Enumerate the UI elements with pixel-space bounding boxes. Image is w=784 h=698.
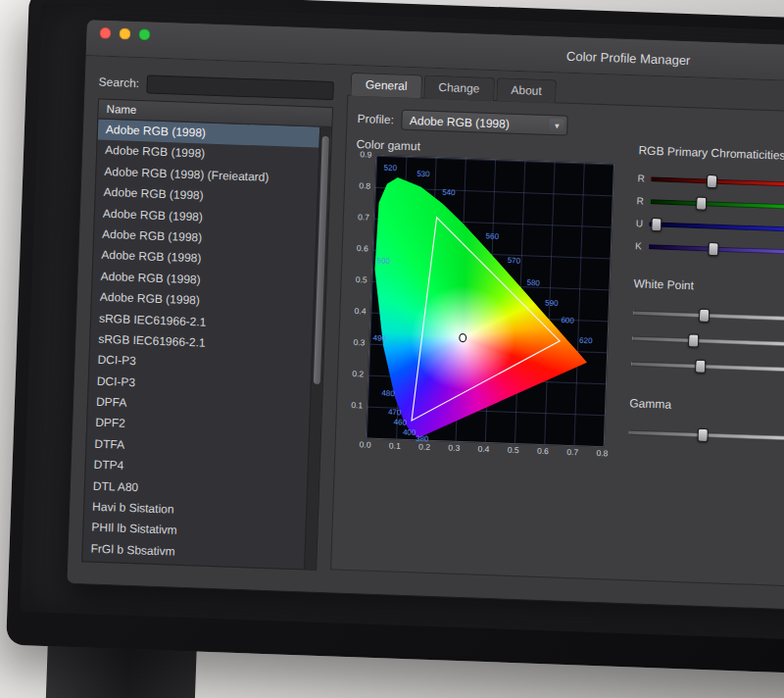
detail-pane: GeneralChangeAbout Profile: Adobe RGB (1…	[330, 73, 784, 595]
slider-track[interactable]	[649, 222, 784, 233]
scene: Color Profile Manager Search: Name Adobe…	[0, 0, 784, 698]
gamma-slider[interactable]	[628, 420, 784, 453]
slider-label-g: R	[637, 195, 650, 206]
gamma-section-title: Gamma	[629, 396, 784, 418]
axis-tick: 0.5	[356, 274, 368, 284]
slider-thumb[interactable]	[651, 217, 662, 230]
axis-tick: 0.7	[560, 447, 585, 458]
violet-primary-slider[interactable]	[648, 235, 784, 265]
wavelength-label: 560	[485, 231, 499, 240]
slider-thumb[interactable]	[697, 428, 708, 442]
tab[interactable]: About	[496, 77, 557, 103]
slider-label-b: U	[636, 218, 649, 228]
general-groupbox: Profile: Adobe RGB (1998) ▾ Color gamut …	[330, 95, 784, 589]
profile-label: Profile:	[357, 112, 394, 126]
axis-tick: 0.7	[358, 212, 369, 222]
wavelength-label: 540	[442, 187, 456, 196]
wavelength-label: 480	[381, 389, 395, 398]
chromaticity-controls: RGB Primary Chromaticities R R	[628, 143, 784, 453]
wavelength-label: 590	[545, 299, 559, 308]
wavelength-label: 520	[383, 163, 397, 172]
wavelength-label: 530	[416, 170, 430, 178]
wavelength-label: 600	[561, 316, 574, 324]
axis-tick: 0.3	[353, 337, 365, 347]
axis-tick: 0.8	[589, 448, 614, 459]
axis-tick: 0.8	[359, 180, 370, 190]
chevron-down-icon: ▾	[550, 119, 564, 132]
wavelength-label: 490	[372, 333, 386, 342]
axis-tick: 0.1	[382, 440, 408, 451]
axis-tick: 0.1	[351, 400, 363, 410]
wavelength-label: 400	[403, 427, 416, 436]
axis-tick: 0.6	[357, 243, 368, 253]
slider-track[interactable]	[631, 362, 784, 374]
zoom-button[interactable]	[138, 28, 150, 40]
axis-tick: 0.4	[355, 306, 367, 316]
gamut-triangle	[412, 217, 564, 425]
chromaticity-plot: 5205305405605705805906006205004904804704…	[366, 155, 614, 448]
slider-thumb[interactable]	[695, 360, 706, 374]
traffic-lights	[99, 27, 150, 41]
gamut-overlay	[367, 156, 613, 446]
axis-tick: 0.9	[360, 149, 371, 159]
profile-rows: Adobe RGB (1998)Adobe RGB (1998)Adobe RG…	[82, 120, 331, 570]
axis-tick: 0.5	[501, 445, 526, 456]
wavelength-label: 470	[388, 407, 402, 416]
slider-thumb[interactable]	[707, 174, 717, 187]
screen: Color Profile Manager Search: Name Adobe…	[20, 3, 784, 644]
close-button[interactable]	[99, 27, 111, 39]
white-point-slider-3[interactable]	[630, 351, 784, 384]
axis-tick: 0.6	[530, 446, 556, 457]
window-title: Color Profile Manager	[566, 49, 691, 69]
axis-tick: 0.0	[352, 439, 377, 450]
profile-dropdown-value: Adobe RGB (1998)	[410, 113, 510, 130]
slider-thumb[interactable]	[699, 309, 710, 323]
app-window: Color Profile Manager Search: Name Adobe…	[66, 19, 784, 619]
monitor-bezel: Color Profile Manager Search: Name Adobe…	[6, 0, 784, 678]
white-point-marker	[460, 333, 466, 341]
profile-sidebar: Search: Name Adobe RGB (1998)Adobe RGB (…	[81, 72, 334, 571]
axis-tick: 0.2	[352, 369, 364, 378]
chromaticity-chart: 0.90.80.70.60.50.40.30.20.1	[337, 152, 642, 469]
search-input[interactable]	[147, 75, 334, 100]
wavelength-label: 620	[579, 336, 593, 345]
axis-tick: 0.2	[412, 441, 437, 452]
slider-thumb[interactable]	[696, 196, 707, 210]
wavelength-label: 570	[508, 256, 521, 265]
rgb-section-title: RGB Primary Chromaticities	[638, 143, 784, 165]
tab[interactable]: Change	[423, 75, 495, 101]
search-label: Search:	[98, 75, 139, 90]
axis-tick: 0.4	[470, 443, 496, 454]
slider-label-r: R	[637, 173, 650, 183]
slider-track[interactable]	[632, 336, 784, 349]
axis-tick: 0.3	[441, 442, 466, 453]
profile-list: Name Adobe RGB (1998)Adobe RGB (1998)Ado…	[81, 99, 333, 571]
slider-track[interactable]	[650, 199, 784, 211]
wavelength-label: 580	[526, 278, 540, 287]
wavelength-label: 460	[394, 418, 408, 426]
slider-label-k: K	[635, 240, 648, 251]
white-point-section-title: White Point	[633, 276, 784, 298]
slider-thumb[interactable]	[688, 333, 699, 347]
tab[interactable]: General	[350, 73, 422, 99]
wavelength-label: 500	[376, 256, 390, 265]
minimize-button[interactable]	[119, 27, 130, 39]
slider-thumb[interactable]	[708, 241, 718, 255]
profile-dropdown[interactable]: Adobe RGB (1998) ▾	[401, 110, 568, 136]
